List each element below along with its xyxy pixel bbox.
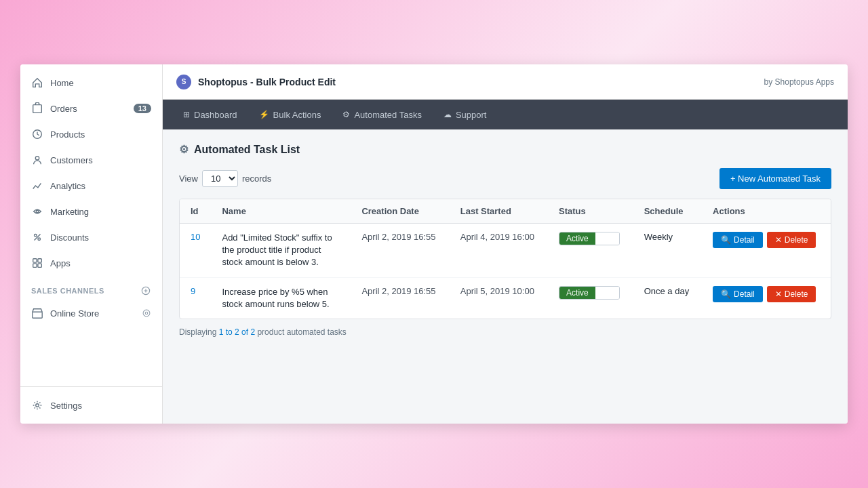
tab-bulk-actions-label: Bulk Actions <box>273 110 321 120</box>
svg-rect-9 <box>38 264 41 267</box>
sidebar-item-discounts-label: Discounts <box>50 232 89 243</box>
row2-schedule: Once a day <box>633 277 702 319</box>
sidebar-item-orders-label: Orders <box>50 104 77 114</box>
sidebar-item-orders[interactable]: Orders 13 <box>20 96 162 121</box>
sidebar-item-products[interactable]: Products <box>20 121 162 147</box>
row2-delete-x-icon: ✕ <box>775 289 782 299</box>
row2-status-cell: Active <box>548 277 633 319</box>
orders-badge: 13 <box>134 104 151 113</box>
automated-tasks-table: Id Name Creation Date Last Started Statu… <box>179 199 831 319</box>
orders-icon <box>31 102 43 115</box>
tab-dashboard[interactable]: ⊞ Dashboard <box>174 104 247 125</box>
table-footer: Displaying 1 to 2 of 2 product automated… <box>179 327 831 337</box>
add-sales-channel-icon[interactable] <box>140 285 151 296</box>
main-window: Home Orders 13 Products <box>20 64 848 424</box>
sidebar-item-home-label: Home <box>50 78 74 88</box>
sidebar-item-home[interactable]: Home <box>20 70 162 96</box>
row1-status-input-area: Active <box>559 232 620 245</box>
sidebar-nav: Home Orders 13 Products <box>20 64 162 386</box>
tab-automated-tasks-label: Automated Tasks <box>354 110 421 120</box>
topbar-right: by Shoptopus Apps <box>764 77 834 87</box>
discounts-icon <box>31 231 43 243</box>
row2-name: Increase price by %5 when stock amount r… <box>211 277 351 319</box>
tab-automated-tasks[interactable]: ⚙ Automated Tasks <box>333 104 431 125</box>
customers-icon <box>31 154 43 166</box>
row2-last-started: April 5, 2019 10:00 <box>450 277 548 319</box>
svg-rect-6 <box>33 259 37 262</box>
page-header-gear-icon: ⚙ <box>179 143 189 156</box>
row2-status-input-area: Active <box>559 286 620 300</box>
svg-rect-0 <box>33 105 42 113</box>
controls-row: View 10 25 50 records + New Automated Ta… <box>179 168 831 189</box>
row1-status-badge: Active <box>559 232 595 245</box>
sales-channels-label: SALES CHANNELS <box>31 287 104 295</box>
svg-point-5 <box>38 238 41 241</box>
sidebar-item-settings[interactable]: Settings <box>20 392 162 418</box>
sidebar-item-customers[interactable]: Customers <box>20 147 162 173</box>
sidebar-item-discounts[interactable]: Discounts <box>20 224 162 250</box>
products-icon <box>31 128 43 140</box>
footer-suffix: product automated tasks <box>255 327 347 337</box>
row1-delete-x-icon: ✕ <box>775 235 782 245</box>
page-header: ⚙ Automated Task List <box>179 143 831 156</box>
view-count-select[interactable]: 10 25 50 <box>202 170 238 187</box>
main-content: S Shoptopus - Bulk Product Edit by Shopt… <box>163 64 848 424</box>
row2-detail-search-icon: 🔍 <box>721 289 731 299</box>
tab-support[interactable]: ☁ Support <box>434 104 496 125</box>
sidebar: Home Orders 13 Products <box>20 64 163 424</box>
row2-id: 9 <box>180 277 211 319</box>
row2-status-input[interactable] <box>595 287 620 299</box>
sidebar-item-marketing[interactable]: Marketing <box>20 199 162 224</box>
home-icon <box>31 77 43 89</box>
svg-point-3 <box>36 210 39 213</box>
row1-actions: 🔍 Detail ✕ Delete <box>713 232 820 248</box>
support-tab-icon: ☁ <box>443 110 452 119</box>
row1-last-started: April 4, 2019 16:00 <box>450 224 548 278</box>
sidebar-item-analytics-label: Analytics <box>50 181 85 191</box>
row1-creation-date: April 2, 2019 16:55 <box>351 224 449 278</box>
svg-rect-7 <box>38 259 41 262</box>
sidebar-item-analytics[interactable]: Analytics <box>20 173 162 199</box>
sidebar-item-online-store[interactable]: Online Store <box>20 300 162 326</box>
footer-range: 1 to 2 of 2 <box>219 327 255 337</box>
settings-icon <box>31 399 43 411</box>
svg-point-13 <box>145 312 148 314</box>
svg-point-2 <box>35 157 39 160</box>
svg-point-14 <box>36 404 39 407</box>
col-id: Id <box>180 199 211 224</box>
row1-detail-button[interactable]: 🔍 Detail <box>713 232 763 248</box>
row2-actions: 🔍 Detail ✕ Delete <box>713 286 820 302</box>
dashboard-tab-icon: ⊞ <box>183 110 190 119</box>
row1-name: Add "Limited Stock" suffix to the produc… <box>211 224 351 278</box>
col-creation-date: Creation Date <box>351 199 449 224</box>
row1-id: 10 <box>180 224 211 278</box>
sales-channels-section: SALES CHANNELS <box>20 276 162 300</box>
svg-rect-8 <box>33 264 37 267</box>
tab-bulk-actions[interactable]: ⚡ Bulk Actions <box>250 104 331 125</box>
bulk-actions-tab-icon: ⚡ <box>259 110 269 119</box>
row2-delete-button[interactable]: ✕ Delete <box>767 286 816 302</box>
content-area: ⚙ Automated Task List View 10 25 50 reco… <box>163 129 848 424</box>
row1-status-cell: Active <box>548 224 633 278</box>
table-row: 10 Add "Limited Stock" suffix to the pro… <box>180 224 831 278</box>
svg-point-12 <box>143 310 150 317</box>
row1-delete-button[interactable]: ✕ Delete <box>767 232 816 248</box>
new-automated-task-button[interactable]: + New Automated Task <box>719 168 831 189</box>
row1-detail-search-icon: 🔍 <box>721 235 731 245</box>
col-name: Name <box>211 199 351 224</box>
marketing-icon <box>31 205 43 218</box>
sidebar-item-customers-label: Customers <box>50 155 93 165</box>
settings-circle-icon <box>142 308 151 318</box>
topbar-left: S Shoptopus - Bulk Product Edit <box>176 75 336 89</box>
view-label: View <box>179 174 198 184</box>
sidebar-item-products-label: Products <box>50 129 85 140</box>
row1-status-input[interactable] <box>595 232 620 245</box>
row2-detail-button[interactable]: 🔍 Detail <box>713 286 763 302</box>
tab-support-label: Support <box>456 110 487 120</box>
automated-tasks-tab-icon: ⚙ <box>342 110 350 119</box>
row2-creation-date: April 2, 2019 16:55 <box>351 277 449 319</box>
col-last-started: Last Started <box>450 199 548 224</box>
view-controls: View 10 25 50 records <box>179 170 271 187</box>
sidebar-item-apps[interactable]: Apps <box>20 250 162 276</box>
col-status: Status <box>548 199 633 224</box>
